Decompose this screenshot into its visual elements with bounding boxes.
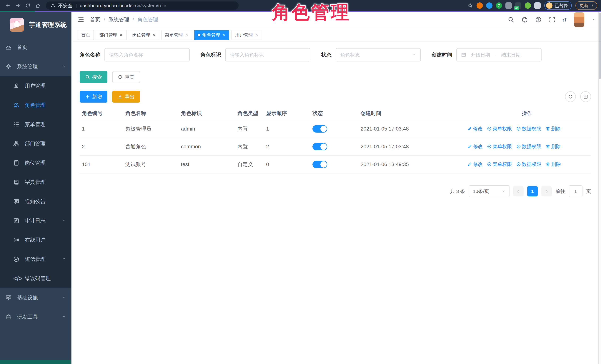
search-icon	[85, 75, 90, 79]
breadcrumb-item[interactable]: 首页	[90, 16, 100, 23]
action-menu-permission[interactable]: 菜单权限	[487, 161, 512, 167]
extension-drop-icon[interactable]	[486, 2, 492, 9]
sidebar-item[interactable]: 通知公告	[0, 192, 72, 211]
font-size-icon[interactable]: tT	[563, 17, 567, 23]
add-button[interactable]: 新增	[80, 91, 107, 103]
browser-home-button[interactable]	[34, 1, 42, 10]
refresh-table-button[interactable]	[565, 91, 576, 102]
export-button[interactable]: 导出	[112, 91, 140, 103]
action-delete[interactable]: 删除	[546, 143, 561, 150]
github-icon[interactable]	[521, 17, 528, 23]
browser-forward-button[interactable]	[14, 1, 22, 10]
breadcrumb: 首页/系统管理/角色管理	[90, 16, 158, 23]
sidebar-item[interactable]: 字典管理	[0, 173, 72, 192]
sidebar-item[interactable]: 审计日志	[0, 211, 72, 230]
action-menu-permission[interactable]: 菜单权限	[487, 126, 512, 132]
avatar-caret-icon[interactable]	[592, 18, 595, 21]
role-key-input[interactable]	[225, 48, 311, 61]
sidebar-scrollbar[interactable]	[71, 12, 72, 364]
tab[interactable]: 首页	[78, 30, 94, 40]
url-divider: |	[76, 3, 77, 9]
sidebar-item[interactable]: 系统管理	[0, 57, 72, 76]
sidebar-collapse-icon[interactable]	[78, 17, 84, 23]
sidebar-item[interactable]: 基础设施	[0, 288, 72, 307]
tab-close-icon[interactable]	[185, 33, 189, 37]
action-data-permission[interactable]: 数据权限	[516, 143, 541, 150]
sidebar-item[interactable]: 短信管理	[0, 250, 72, 269]
forward-icon	[15, 3, 20, 8]
extension-orange-icon[interactable]	[477, 2, 483, 9]
sidebar-item[interactable]: 岗位管理	[0, 153, 72, 173]
tab-close-icon[interactable]	[119, 33, 123, 37]
chevron-down-icon	[502, 189, 505, 193]
search-button[interactable]: 搜索	[80, 71, 107, 83]
help-icon[interactable]	[535, 17, 541, 23]
tab-close-icon[interactable]	[152, 33, 156, 37]
header-search-icon[interactable]	[508, 17, 514, 23]
sidebar-item-label: 研发工具	[17, 314, 38, 321]
browser-back-button[interactable]	[4, 1, 12, 10]
role-name-input[interactable]	[104, 48, 190, 61]
action-delete[interactable]: 删除	[546, 126, 561, 132]
browser-reload-button[interactable]	[24, 1, 32, 10]
sidebar-item-label: 菜单管理	[25, 121, 46, 128]
scrollbar-thumb[interactable]	[599, 13, 601, 79]
column-settings-button[interactable]	[580, 91, 591, 102]
action-delete[interactable]: 删除	[546, 161, 561, 167]
extension-blocks-icon[interactable]	[505, 2, 512, 9]
sidebar-item[interactable]: 在线用户	[0, 230, 72, 250]
action-data-permission[interactable]: 数据权限	[516, 161, 541, 167]
tab[interactable]: 用户管理	[231, 30, 262, 40]
chevron-icon	[62, 295, 66, 300]
page-scrollbar[interactable]	[598, 12, 601, 364]
dict-icon	[13, 179, 22, 185]
browser-menu-icon[interactable]	[590, 3, 595, 8]
table-row: 101 测试账号 test 自定义 0 2021-01-06 13:49:35 …	[80, 156, 591, 173]
page-number-button[interactable]: 1	[527, 186, 538, 197]
sidebar-item[interactable]: 首页	[0, 38, 72, 57]
tab[interactable]: 部门管理	[96, 30, 127, 40]
status-toggle[interactable]	[312, 161, 327, 168]
status-toggle[interactable]	[312, 125, 327, 133]
cell-created: 2021-01-05 17:03:48	[358, 138, 463, 156]
action-data-permission[interactable]: 数据权限	[516, 126, 541, 132]
extension-dark-icon[interactable]: on	[515, 2, 521, 9]
sidebar-logo[interactable]: 芋道管理系统	[0, 12, 72, 38]
sidebar-item[interactable]: 部门管理	[0, 134, 72, 153]
date-range-picker[interactable]: 开始日期 - 结束日期	[456, 48, 541, 61]
reset-button[interactable]: 重置	[112, 71, 140, 83]
extension-strip: 7on	[477, 2, 541, 9]
tab[interactable]: 岗位管理	[129, 30, 159, 40]
sidebar-item[interactable]: 角色管理	[0, 96, 72, 115]
tab[interactable]: 菜单管理	[161, 30, 192, 40]
tab-close-icon[interactable]	[255, 33, 259, 37]
tab-close-icon[interactable]	[222, 33, 226, 37]
extension-monkey-icon[interactable]	[525, 2, 531, 9]
status-toggle[interactable]	[312, 143, 327, 150]
action-menu-permission[interactable]: 菜单权限	[487, 143, 512, 150]
goto-page-input[interactable]	[569, 185, 582, 197]
extension-green-icon[interactable]: 7	[496, 2, 502, 9]
cell-role-id: 1	[80, 120, 123, 138]
extension-pin-icon[interactable]	[534, 2, 541, 9]
sidebar-item[interactable]: </> 错误码管理	[0, 269, 72, 288]
sidebar-item[interactable]: 用户管理	[0, 76, 72, 96]
fullscreen-icon[interactable]	[549, 17, 555, 23]
sidebar-item[interactable]: 研发工具	[0, 307, 72, 327]
browser-profile-button[interactable]: 已暂停	[544, 1, 572, 10]
plus-icon	[85, 94, 90, 99]
bookmark-star-icon[interactable]	[468, 3, 473, 8]
prev-page-button[interactable]	[513, 186, 524, 197]
status-select[interactable]: 角色状态	[336, 48, 421, 61]
address-bar[interactable]: 不安全 | dashboard.yudao.iocoder.cn/system/…	[46, 1, 239, 10]
action-edit[interactable]: 修改	[468, 126, 483, 132]
action-edit[interactable]: 修改	[468, 161, 483, 167]
next-page-button[interactable]	[541, 186, 552, 197]
action-edit[interactable]: 修改	[468, 143, 483, 150]
sidebar-item[interactable]: 菜单管理	[0, 115, 72, 134]
user-avatar[interactable]	[574, 12, 584, 27]
breadcrumb-item[interactable]: 系统管理	[109, 16, 129, 23]
browser-update-button[interactable]: 更新	[575, 1, 597, 10]
page-size-select[interactable]: 10条/页	[469, 185, 510, 197]
tab[interactable]: 角色管理	[194, 30, 229, 40]
